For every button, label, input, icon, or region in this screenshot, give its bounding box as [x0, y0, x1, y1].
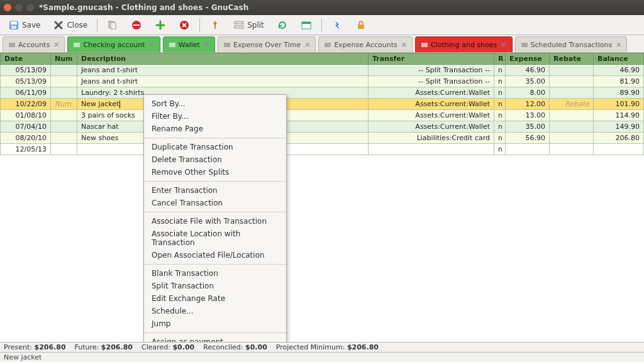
col-transfer[interactable]: Transfer [369, 53, 494, 65]
cell[interactable] [550, 65, 594, 76]
copy-button[interactable] [103, 17, 123, 33]
tab-accounts[interactable]: Accounts✕ [3, 36, 65, 52]
col-rebate[interactable]: Rebate [550, 53, 594, 65]
cell[interactable]: 05/13/09 [1, 65, 51, 76]
menu-item-blank-transaction[interactable]: Blank Transaction [144, 267, 286, 280]
menu-item-duplicate-transaction[interactable]: Duplicate Transaction [144, 141, 286, 153]
table-row[interactable]: 10/22/09NumNew jacketAssets:Current:Wall… [1, 99, 644, 110]
menu-item-jump[interactable]: Jump [144, 317, 286, 330]
menu-item-schedule[interactable]: Schedule... [144, 305, 286, 317]
cell[interactable]: 06/11/09 [1, 87, 51, 99]
calendar-button[interactable] [296, 17, 316, 33]
cell[interactable] [594, 144, 644, 155]
cell[interactable] [51, 65, 77, 76]
cell[interactable]: -- Split Transaction -- [369, 65, 494, 76]
cell[interactable]: n [494, 87, 506, 99]
tool-b-button[interactable] [351, 17, 371, 33]
menu-item-split-transaction[interactable]: Split Transaction [144, 280, 286, 292]
cell[interactable] [550, 76, 594, 87]
cell[interactable]: -- Split Transaction -- [369, 76, 494, 87]
cell[interactable]: n [494, 110, 506, 121]
cell[interactable] [51, 87, 77, 99]
menu-item-filter-by[interactable]: Filter By... [144, 110, 286, 123]
cell[interactable]: Liabilities:Credit card [369, 133, 494, 144]
menu-item-edit-exchange-rate[interactable]: Edit Exchange Rate [144, 292, 286, 305]
cell[interactable]: n [494, 133, 506, 144]
cell[interactable] [550, 87, 594, 99]
cell[interactable]: 01/08/10 [1, 110, 51, 121]
tool-a-button[interactable] [327, 17, 347, 33]
cell[interactable]: Assets:Current:Wallet [369, 87, 494, 99]
cell[interactable]: 10/22/09 [1, 99, 51, 110]
cell[interactable] [51, 133, 77, 144]
cell[interactable]: n [494, 99, 506, 110]
cell[interactable] [51, 144, 77, 155]
col-date[interactable]: Date [1, 53, 51, 65]
cell[interactable]: n [494, 144, 506, 155]
cell[interactable] [51, 110, 77, 121]
cell[interactable]: Num [51, 99, 77, 110]
tab-close-icon[interactable]: ✕ [149, 41, 155, 49]
cell[interactable]: Assets:Current:Wallet [369, 99, 494, 110]
cell[interactable]: 46.90 [506, 65, 550, 76]
window-maximize-icon[interactable] [26, 4, 34, 11]
cell[interactable] [550, 121, 594, 133]
cell[interactable] [51, 121, 77, 133]
cell[interactable]: n [494, 76, 506, 87]
cell[interactable]: 114.90 [594, 110, 644, 121]
table-row[interactable]: 08/20/10New shoesLiabilities:Credit card… [1, 133, 644, 144]
cell[interactable]: 05/13/09 [1, 76, 51, 87]
cell[interactable]: Jeans and t-shirt [77, 65, 369, 76]
delete-button[interactable] [174, 17, 194, 33]
cell[interactable]: n [494, 65, 506, 76]
tab-close-icon[interactable]: ✕ [501, 41, 506, 49]
cell[interactable] [550, 144, 594, 155]
cell[interactable]: 81.90 [594, 76, 644, 87]
menu-item-rename-page[interactable]: Rename Page [144, 123, 286, 135]
menu-item-enter-transaction[interactable]: Enter Transaction [144, 184, 286, 197]
refresh-button[interactable] [272, 17, 292, 33]
menu-item-sort-by[interactable]: Sort By... [144, 97, 286, 110]
cell[interactable]: 12.00 [506, 99, 550, 110]
cell[interactable]: 08/20/10 [1, 133, 51, 144]
cell[interactable]: 35.00 [506, 76, 550, 87]
table-row[interactable]: 12/05/13n [1, 144, 644, 155]
menu-item-assign-as-payment[interactable]: Assign as payment... [144, 336, 286, 342]
cell[interactable]: Assets:Current:Wallet [369, 110, 494, 121]
cell[interactable]: 35.00 [506, 121, 550, 133]
register-context-menu[interactable]: Sort By...Filter By...Rename PageDuplica… [143, 94, 287, 342]
tab-expense-over-time[interactable]: Expense Over Time✕ [218, 36, 316, 52]
window-minimize-icon[interactable] [15, 4, 23, 11]
cell[interactable] [369, 144, 494, 155]
menu-item-remove-other-splits[interactable]: Remove Other Splits [144, 166, 286, 178]
tab-wallet[interactable]: Wallet✕ [163, 36, 215, 52]
cell[interactable]: 07/04/10 [1, 121, 51, 133]
forbid-button[interactable] [126, 17, 147, 33]
tab-close-icon[interactable]: ✕ [204, 41, 209, 49]
cell[interactable] [550, 133, 594, 144]
col-num[interactable]: Num [51, 53, 77, 65]
tab-close-icon[interactable]: ✕ [616, 41, 621, 49]
tab-close-icon[interactable]: ✕ [401, 41, 407, 49]
col-desc[interactable]: Description [77, 53, 369, 65]
save-button[interactable]: Save [4, 17, 45, 33]
col-r[interactable]: R [494, 53, 506, 65]
table-row[interactable]: 05/13/09Jeans and t-shirt-- Split Transa… [1, 65, 644, 76]
tab-scheduled-transactions[interactable]: Scheduled Transactions✕ [515, 36, 628, 52]
cell[interactable]: n [494, 121, 506, 133]
cell[interactable]: 13.00 [506, 110, 550, 121]
cell[interactable]: 89.90 [594, 87, 644, 99]
table-row[interactable]: 01/08/103 pairs of socksAssets:Current:W… [1, 110, 644, 121]
col-balance[interactable]: Balance [594, 53, 644, 65]
tab-close-icon[interactable]: ✕ [304, 41, 310, 49]
menu-item-cancel-transaction[interactable]: Cancel Transaction [144, 197, 286, 209]
cell[interactable]: 8.00 [506, 87, 550, 99]
split-button[interactable]: Split [229, 17, 269, 33]
tab-clothing-and-shoes[interactable]: Clothing and shoes✕ [415, 36, 513, 52]
pin-button[interactable] [205, 17, 225, 33]
cell[interactable]: Jeans and t-shirt [77, 76, 369, 87]
table-row[interactable]: 06/11/09Laundry: 2 t-shirtsAssets:Curren… [1, 87, 644, 99]
cell[interactable]: Assets:Current:Wallet [369, 121, 494, 133]
cell[interactable] [51, 76, 77, 87]
menu-item-open-associated-file-location[interactable]: Open Associated File/Location [144, 249, 286, 261]
